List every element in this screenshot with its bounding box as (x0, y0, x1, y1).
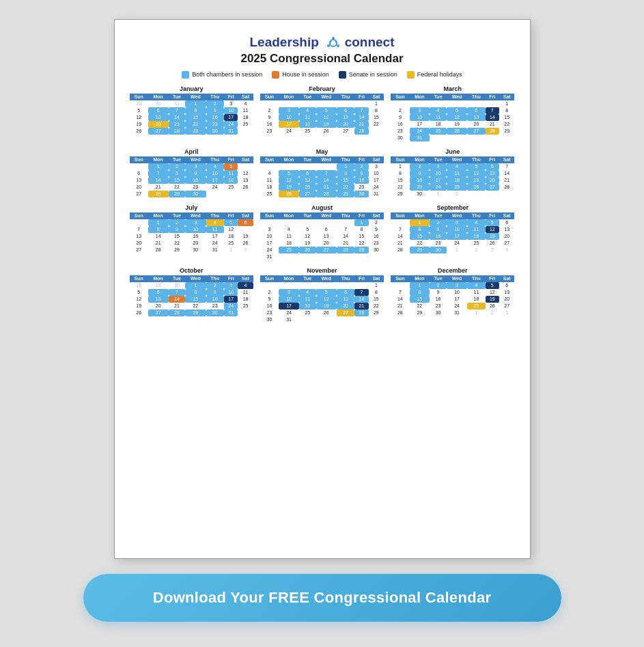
month-title-june: June (391, 148, 514, 155)
month-march: March SunMonTueWedThuFriSat 1 2345678 9 (391, 85, 514, 141)
cal-table-march: SunMonTueWedThuFriSat 1 2345678 91011121… (391, 94, 514, 141)
download-button[interactable]: Download Your FREE Congressional Calenda… (83, 574, 561, 622)
month-november: November SunMonTueWedThuFriSat 1 2345678 (260, 267, 384, 323)
month-title-march: March (391, 85, 514, 92)
cal-table-august: SunMonTueWedThuFriSat 12 3456789 1011121… (260, 212, 384, 260)
legend-box-house (272, 71, 279, 79)
legend-box-senate (339, 71, 346, 79)
month-april: April SunMonTueWedThuFriSat 12345 678910… (130, 148, 253, 197)
cal-table-december: SunMonTueWedThuFriSat 123456 78910111213… (391, 275, 514, 316)
month-december: December SunMonTueWedThuFriSat 123456 78… (391, 267, 514, 323)
month-title-july: July (130, 204, 253, 211)
month-title-may: May (260, 148, 384, 155)
month-september: September SunMonTueWedThuFriSat 123456 7… (391, 204, 514, 260)
month-july: July SunMonTueWedThuFriSat 123456 789101… (130, 204, 253, 260)
month-title-september: September (391, 204, 514, 211)
cal-table-june: SunMonTueWedThuFriSat 1234567 8910111213… (391, 156, 514, 197)
month-title-april: April (130, 148, 253, 155)
legend-item-house: House in session (272, 71, 329, 79)
month-title-january: January (130, 85, 253, 92)
logo-area: Leadership connect (249, 35, 394, 51)
month-title-december: December (391, 267, 514, 274)
cal-table-january: SunMonTueWedThuFriSat 2930311234 5678910… (130, 94, 253, 135)
cal-table-november: SunMonTueWedThuFriSat 1 2345678 91011121… (260, 275, 384, 323)
cal-table-october: SunMonTueWedThuFriSat 2829301234 5678910… (130, 275, 253, 316)
month-title-february: February (260, 85, 384, 92)
month-february: February SunMonTueWedThuFriSat 1 2345678 (260, 85, 384, 141)
legend-item-holiday: Federal holidays (407, 71, 462, 79)
svg-point-3 (327, 44, 330, 47)
month-october: October SunMonTueWedThuFriSat 2829301234… (130, 267, 253, 323)
legend-label-house: House in session (282, 71, 329, 78)
cal-table-july: SunMonTueWedThuFriSat 123456 789101112 1… (130, 212, 253, 253)
month-title-november: November (260, 267, 384, 274)
svg-point-2 (337, 44, 339, 47)
month-may: May SunMonTueWedThuFriSat 123 45678910 (260, 148, 384, 197)
month-title-august: August (260, 204, 384, 211)
legend-box-holiday (407, 71, 415, 79)
download-button-text: Download Your FREE Congressional Calenda… (153, 589, 492, 607)
legend-box-both (182, 71, 189, 79)
legend-item-both: Both chambers in session (182, 71, 262, 79)
logo-text: Leadership connect (249, 35, 394, 51)
svg-point-0 (330, 40, 337, 46)
month-title-october: October (130, 267, 253, 274)
calendars-grid: January SunMonTueWedThuFriSat 2930311234… (130, 85, 515, 323)
cal-table-may: SunMonTueWedThuFriSat 123 45678910 11121… (260, 156, 384, 197)
legend-label-both: Both chambers in session (192, 71, 262, 78)
svg-point-1 (332, 37, 335, 40)
cal-table-september: SunMonTueWedThuFriSat 123456 78910111213… (391, 212, 514, 253)
cal-table-april: SunMonTueWedThuFriSat 12345 6789101112 1… (130, 156, 253, 197)
document: Leadership connect 2025 Congressional Ca… (114, 19, 531, 559)
legend: Both chambers in session House in sessio… (182, 71, 462, 79)
logo-icon (326, 36, 341, 51)
month-january: January SunMonTueWedThuFriSat 2930311234… (130, 85, 253, 141)
cal-table-february: SunMonTueWedThuFriSat 1 2345678 91011121… (260, 94, 384, 135)
legend-label-senate: Senate in session (349, 71, 397, 78)
page-wrapper: Leadership connect 2025 Congressional Ca… (0, 0, 644, 647)
month-june: June SunMonTueWedThuFriSat 1234567 89101… (391, 148, 514, 197)
legend-label-holiday: Federal holidays (417, 71, 462, 78)
doc-title: 2025 Congressional Calendar (240, 52, 403, 66)
legend-item-senate: Senate in session (339, 71, 397, 79)
month-august: August SunMonTueWedThuFriSat 12 3456789 (260, 204, 384, 260)
